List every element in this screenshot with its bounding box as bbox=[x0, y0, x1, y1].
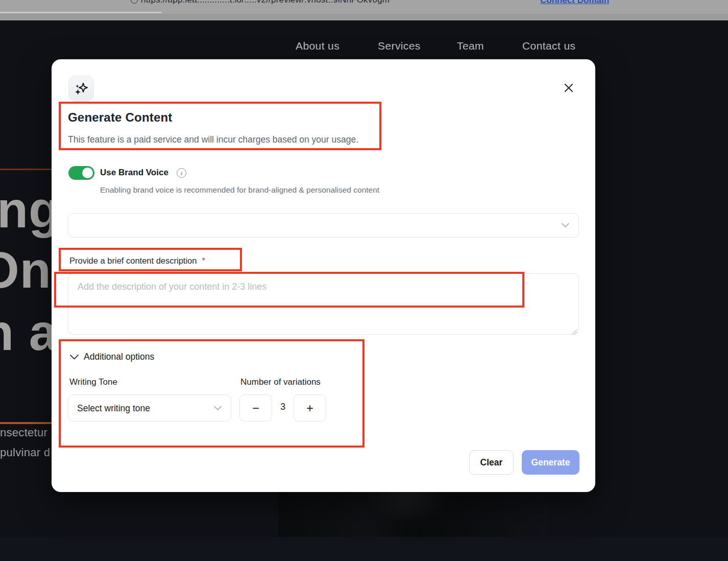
variations-decrement-button[interactable]: − bbox=[239, 394, 272, 422]
clear-button[interactable]: Clear bbox=[469, 450, 514, 475]
modal-title: Generate Content bbox=[68, 110, 173, 125]
writing-tone-select[interactable]: Select writing tone bbox=[68, 394, 231, 422]
close-icon[interactable] bbox=[563, 82, 575, 94]
brand-voice-label: Use Brand Voice bbox=[100, 168, 168, 178]
description-label: Provide a brief content description bbox=[69, 256, 197, 265]
nav-services[interactable]: Services bbox=[378, 40, 421, 52]
generate-content-modal: Generate Content This feature is a paid … bbox=[52, 59, 595, 492]
brand-voice-toggle[interactable] bbox=[68, 166, 94, 180]
screen: https://app.lea.............t.io/.....v2… bbox=[0, 0, 728, 561]
variations-increment-button[interactable]: + bbox=[294, 394, 326, 422]
variations-value: 3 bbox=[277, 402, 288, 412]
chevron-down-icon bbox=[70, 355, 79, 360]
description-label-row: Provide a brief content description* bbox=[69, 256, 205, 266]
hero-paragraph-fragment: nsectetur bbox=[0, 426, 47, 439]
hero-accent-line-2 bbox=[0, 422, 53, 424]
reload-icon[interactable] bbox=[131, 0, 138, 4]
chevron-down-icon bbox=[562, 223, 569, 228]
brand-voice-helper-text: Enabling brand voice is recommended for … bbox=[100, 185, 379, 195]
nav-about-us[interactable]: About us bbox=[296, 40, 339, 52]
writing-tone-label: Writing Tone bbox=[69, 377, 117, 387]
browser-toolbar-strip bbox=[0, 14, 728, 20]
info-icon[interactable]: i bbox=[177, 168, 186, 178]
hero-photo bbox=[278, 492, 549, 537]
generate-button[interactable]: Generate bbox=[522, 450, 579, 475]
modal-subtitle: This feature is a paid service and will … bbox=[68, 134, 358, 145]
additional-options-label: Additional options bbox=[84, 352, 154, 362]
hero-accent-line bbox=[0, 169, 53, 170]
toggle-knob bbox=[82, 168, 93, 178]
browser-tab-edge bbox=[0, 12, 162, 13]
sparkles-icon bbox=[68, 76, 94, 102]
writing-tone-placeholder: Select writing tone bbox=[77, 403, 150, 413]
chevron-down-icon bbox=[214, 406, 222, 410]
plus-icon: + bbox=[306, 402, 313, 414]
page-bottom-band bbox=[0, 537, 728, 561]
required-asterisk: * bbox=[202, 256, 205, 265]
nav-contact-us[interactable]: Contact us bbox=[522, 40, 575, 52]
description-textarea[interactable] bbox=[68, 273, 579, 335]
connect-domain-link[interactable]: Connect Domain bbox=[540, 0, 609, 6]
additional-options-toggle[interactable]: Additional options bbox=[70, 352, 154, 362]
hero-paragraph-fragment: pulvinar d bbox=[0, 446, 50, 459]
nav-team[interactable]: Team bbox=[457, 40, 484, 52]
variations-label: Number of variations bbox=[240, 377, 321, 387]
brand-voice-select[interactable] bbox=[68, 213, 579, 238]
url-text[interactable]: https://app.lea.............t.io/.....v2… bbox=[141, 0, 390, 5]
minus-icon: − bbox=[252, 402, 259, 414]
